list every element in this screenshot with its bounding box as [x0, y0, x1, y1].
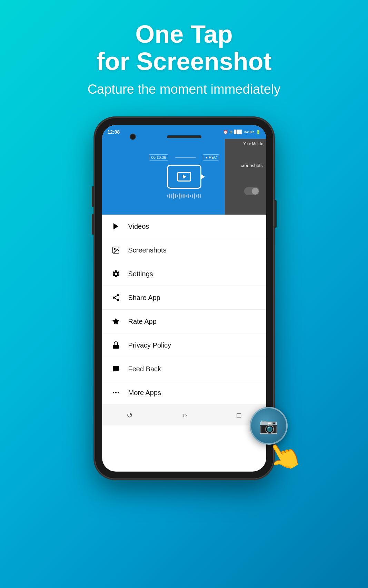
screen-record-graphic	[167, 165, 201, 189]
wave-bar-17	[200, 194, 201, 198]
wave-bar-1	[167, 195, 168, 197]
play-triangle	[183, 175, 186, 179]
menu-item-settings[interactable]: Settings	[102, 262, 266, 286]
svg-line-7	[115, 296, 117, 297]
title-line2: for Screenshot	[96, 48, 271, 75]
volume-up-button	[92, 186, 94, 207]
svg-point-14	[118, 392, 119, 393]
phone-mockup: 12:08 ⏰ ⊕ ▊▊▊ 752 B/s 🔋 00:10:36 ● REC	[95, 117, 274, 479]
svg-marker-0	[113, 223, 118, 229]
privacy-policy-label: Privacy Policy	[128, 341, 171, 349]
data-speed: 752 B/s	[243, 130, 255, 134]
settings-label: Settings	[128, 270, 153, 278]
share-icon	[110, 292, 121, 303]
wave-bar-10	[186, 195, 187, 197]
power-button	[275, 200, 277, 228]
wifi-icon: ⊕	[229, 130, 232, 134]
title-line1: One Tap	[135, 20, 233, 48]
svg-point-12	[113, 392, 114, 393]
svg-rect-9	[113, 345, 119, 349]
wave-bar-16	[198, 194, 199, 198]
monitor-inner	[177, 172, 191, 182]
screenshots-label: Screenshots	[128, 246, 167, 254]
progress-bar	[175, 157, 196, 158]
main-title: One Tap for Screenshot	[88, 21, 281, 75]
lock-icon	[110, 340, 121, 351]
back-button[interactable]: ↺	[127, 411, 133, 420]
main-subtitle: Capture the moment immediately	[88, 82, 281, 97]
image-icon	[110, 245, 121, 256]
timer-display: 00:10:36	[149, 154, 169, 161]
svg-point-13	[115, 392, 117, 393]
wave-bar-2	[169, 194, 170, 198]
phone-screen: 12:08 ⏰ ⊕ ▊▊▊ 752 B/s 🔋 00:10:36 ● REC	[102, 125, 266, 472]
wave-bar-11	[188, 194, 189, 198]
side-drawer: creenshots Your Mobile,	[225, 139, 266, 215]
play-icon	[110, 221, 121, 232]
more-dots-icon	[110, 387, 121, 398]
share-app-label: Share App	[128, 294, 160, 302]
menu-item-screenshots[interactable]: Screenshots	[102, 238, 266, 262]
wave-bar-13	[192, 194, 193, 198]
svg-marker-8	[112, 318, 119, 324]
drawer-mobile-text: Your Mobile,	[243, 142, 265, 146]
camera-notch-right	[201, 174, 205, 179]
wave-bar-9	[183, 194, 185, 198]
svg-point-5	[117, 299, 119, 301]
more-apps-label: More Apps	[128, 389, 161, 397]
wave-bar-8	[181, 194, 182, 198]
svg-point-2	[114, 248, 115, 249]
home-button[interactable]: ○	[182, 411, 187, 420]
menu-item-privacy-policy[interactable]: Privacy Policy	[102, 333, 266, 357]
app-header: 00:10:36 ● REC	[102, 139, 266, 215]
wave-bar-7	[179, 193, 180, 199]
recents-button[interactable]: □	[237, 411, 241, 420]
navigation-bar: ↺ ○ □	[102, 405, 266, 425]
volume-down-button	[92, 214, 94, 235]
wave-bar-5	[175, 194, 176, 198]
svg-point-3	[117, 294, 119, 296]
wave-bar-6	[177, 195, 178, 197]
toggle-knob	[252, 188, 259, 195]
menu-item-more-apps[interactable]: More Apps	[102, 381, 266, 405]
signal-icon: ▊▊▊	[234, 130, 242, 134]
alarm-icon: ⏰	[223, 130, 228, 134]
wave-bar-12	[190, 195, 191, 197]
star-icon	[110, 316, 121, 327]
menu-item-videos[interactable]: Videos	[102, 215, 266, 238]
phone-camera	[130, 134, 136, 140]
message-icon	[110, 363, 121, 374]
recording-bar: 00:10:36 ● REC	[149, 154, 219, 161]
wave-bar-14	[194, 193, 195, 199]
wave-bar-3	[171, 194, 172, 198]
svg-line-6	[115, 298, 117, 300]
status-icons: ⏰ ⊕ ▊▊▊ 752 B/s 🔋	[223, 130, 261, 134]
navigation-menu: Videos Screenshots Settings	[102, 215, 266, 405]
menu-item-rate-app[interactable]: Rate App	[102, 310, 266, 333]
camera-fab-icon: 📷	[259, 417, 278, 435]
menu-item-share-app[interactable]: Share App	[102, 286, 266, 310]
rate-app-label: Rate App	[128, 318, 157, 326]
drawer-toggle[interactable]	[244, 187, 259, 195]
wave-bar-15	[196, 195, 197, 197]
waveform	[167, 193, 201, 199]
status-time: 12:08	[108, 129, 120, 135]
header-section: One Tap for Screenshot Capture the momen…	[88, 21, 281, 97]
battery-icon: 🔋	[256, 130, 261, 134]
rec-indicator: ● REC	[203, 154, 219, 161]
phone-speaker	[167, 135, 201, 138]
svg-point-4	[113, 297, 115, 299]
videos-label: Videos	[128, 223, 149, 230]
gear-icon	[110, 268, 121, 279]
feed-back-label: Feed Back	[128, 365, 161, 373]
wave-bar-4	[173, 193, 174, 199]
menu-item-feed-back[interactable]: Feed Back	[102, 357, 266, 381]
